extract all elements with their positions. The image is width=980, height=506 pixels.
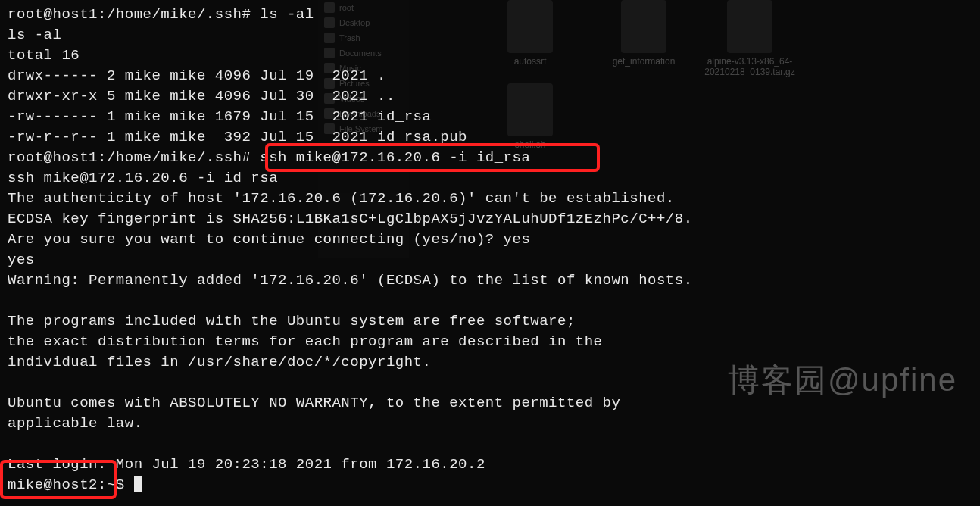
- shell-prompt: mike@host2:~$: [8, 476, 125, 493]
- output-text: applicable law.: [8, 415, 143, 432]
- terminal-output-line: yes: [8, 250, 980, 270]
- terminal-output-line: The programs included with the Ubuntu sy…: [8, 311, 980, 332]
- output-text: ls -al: [8, 27, 61, 43]
- terminal-output-line: Ubuntu comes with ABSOLUTELY NO WARRANTY…: [8, 393, 980, 414]
- terminal-output-line: The authenticity of host '172.16.20.6 (1…: [8, 189, 980, 209]
- terminal-output-line: [8, 291, 980, 311]
- output-text: The authenticity of host '172.16.20.6 (1…: [8, 190, 675, 207]
- terminal-output-line: ls -al: [8, 25, 980, 45]
- terminal-output-line: Are you sure you want to continue connec…: [8, 230, 980, 250]
- output-text: yes: [8, 251, 35, 268]
- output-text: -rw-r--r-- 1 mike mike 392 Jul 15 2021 i…: [8, 129, 467, 145]
- terminal-output-line: the exact distribution terms for each pr…: [8, 332, 980, 352]
- output-text: total 16: [8, 47, 80, 64]
- output-text: The programs included with the Ubuntu sy…: [8, 313, 576, 330]
- terminal-output-line: [8, 373, 980, 393]
- output-text: drwx------ 2 mike mike 4096 Jul 19 2021 …: [8, 67, 386, 84]
- terminal-output-line: drwx------ 2 mike mike 4096 Jul 19 2021 …: [8, 66, 980, 86]
- shell-prompt: root@host1:/home/mike/.ssh#: [8, 6, 251, 23]
- terminal-output-line: -rw------- 1 mike mike 1679 Jul 15 2021 …: [8, 107, 980, 127]
- output-text: Are you sure you want to continue connec…: [8, 231, 530, 248]
- shell-prompt: root@host1:/home/mike/.ssh#: [8, 149, 251, 166]
- terminal-output-line: Last login: Mon Jul 19 20:23:18 2021 fro…: [8, 454, 980, 475]
- output-text: Ubuntu comes with ABSOLUTELY NO WARRANTY…: [8, 395, 620, 411]
- terminal-output-line: drwxr-xr-x 5 mike mike 4096 Jul 30 2021 …: [8, 86, 980, 107]
- output-text: Last login: Mon Jul 19 20:23:18 2021 fro…: [8, 456, 485, 473]
- output-text: ECDSA key fingerprint is SHA256:L1BKa1sC…: [8, 211, 693, 227]
- terminal-output-line: ECDSA key fingerprint is SHA256:L1BKa1sC…: [8, 209, 980, 230]
- output-text: -rw------- 1 mike mike 1679 Jul 15 2021 …: [8, 108, 431, 125]
- terminal-output-line: applicable law.: [8, 414, 980, 434]
- terminal-command-line: root@host1:/home/mike/.ssh# ls -al: [8, 5, 980, 25]
- output-text: drwxr-xr-x 5 mike mike 4096 Jul 30 2021 …: [8, 88, 395, 105]
- command-text: ssh mike@172.16.20.6 -i id_rsa: [251, 149, 530, 166]
- terminal-output-line: [8, 434, 980, 454]
- terminal-output-line: total 16: [8, 45, 980, 66]
- terminal-output-line: -rw-r--r-- 1 mike mike 392 Jul 15 2021 i…: [8, 127, 980, 148]
- cursor-block: [134, 476, 142, 492]
- output-text: the exact distribution terms for each pr…: [8, 333, 603, 350]
- terminal-output-line: Warning: Permanently added '172.16.20.6'…: [8, 270, 980, 291]
- terminal-output-line: ssh mike@172.16.20.6 -i id_rsa: [8, 168, 980, 189]
- output-text: Warning: Permanently added '172.16.20.6'…: [8, 272, 693, 289]
- terminal-output[interactable]: root@host1:/home/mike/.ssh# ls -alls -al…: [0, 0, 980, 495]
- terminal-command-line: root@host1:/home/mike/.ssh# ssh mike@172…: [8, 148, 980, 168]
- command-text: [125, 476, 134, 493]
- terminal-output-line: individual files in /usr/share/doc/*/cop…: [8, 352, 980, 373]
- command-text: ls -al: [251, 6, 314, 23]
- output-text: individual files in /usr/share/doc/*/cop…: [8, 354, 431, 370]
- output-text: ssh mike@172.16.20.6 -i id_rsa: [8, 170, 278, 186]
- terminal-command-line: mike@host2:~$: [8, 475, 980, 495]
